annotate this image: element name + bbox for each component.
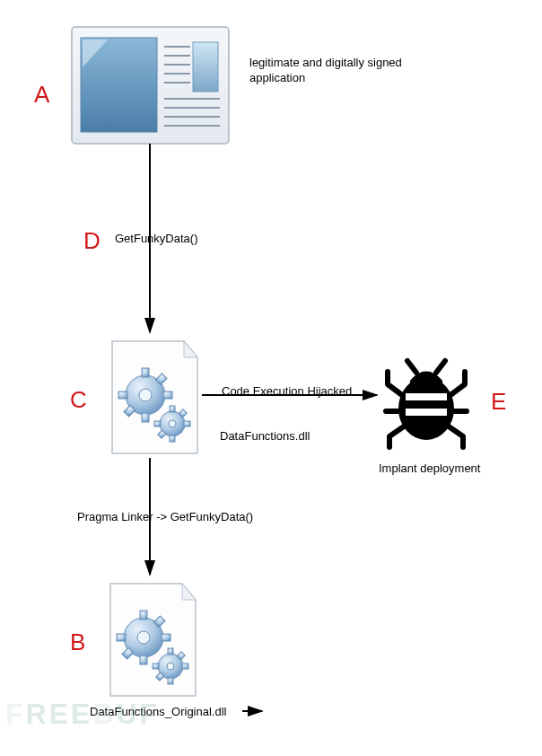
svg-rect-38 (140, 655, 147, 664)
svg-rect-31 (406, 393, 447, 400)
bug-icon (386, 361, 467, 447)
svg-rect-46 (168, 678, 173, 684)
svg-point-20 (139, 389, 152, 401)
app-window-icon (72, 27, 229, 144)
dll-b-icon (110, 584, 196, 696)
app-desc: legitimate and digitally signed applicat… (249, 56, 402, 86)
svg-point-51 (167, 663, 174, 670)
svg-rect-23 (170, 435, 175, 442)
label-C: C (70, 386, 87, 414)
svg-rect-45 (168, 648, 173, 655)
svg-rect-17 (163, 391, 172, 399)
svg-rect-25 (184, 421, 190, 426)
implant-text: Implant deployment (379, 462, 480, 477)
d-call-text: GetFunkyData() (115, 232, 197, 247)
watermark: FFREEBUFREEBUF (5, 698, 160, 731)
svg-rect-32 (406, 409, 447, 416)
svg-rect-39 (117, 634, 126, 641)
svg-rect-2 (193, 42, 218, 92)
pragma-text: Pragma Linker -> GetFunkyData() (77, 510, 253, 525)
svg-line-33 (407, 361, 416, 373)
c-dll-text: DataFunctions.dll (220, 429, 310, 444)
dll-c-icon (112, 341, 197, 453)
svg-rect-37 (140, 611, 147, 620)
svg-rect-47 (153, 664, 159, 669)
svg-line-34 (436, 361, 445, 373)
svg-rect-40 (162, 634, 170, 641)
svg-point-28 (169, 420, 176, 427)
label-A: A (34, 81, 49, 109)
svg-point-43 (137, 631, 150, 644)
svg-rect-16 (118, 391, 127, 399)
label-D: D (83, 227, 101, 255)
svg-rect-24 (154, 421, 161, 426)
label-E: E (491, 388, 506, 416)
hijack-text: Code Execution Hijacked (222, 384, 352, 400)
svg-rect-48 (182, 664, 188, 669)
label-B: B (70, 629, 85, 656)
svg-rect-22 (170, 406, 175, 412)
svg-rect-15 (142, 413, 149, 422)
svg-rect-14 (142, 368, 149, 377)
